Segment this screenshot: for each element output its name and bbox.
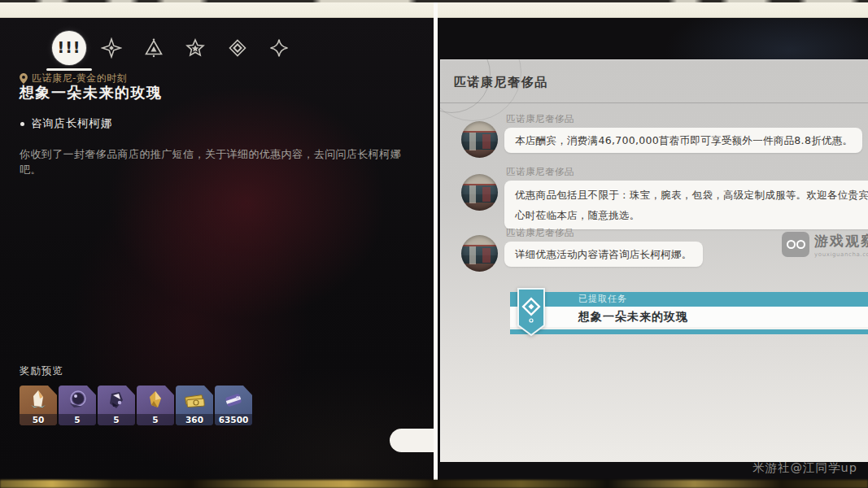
reward-gold-item[interactable]: 5	[137, 386, 174, 425]
sender-avatar	[461, 235, 498, 272]
reward-count: 63500	[215, 414, 252, 425]
watermark-subtitle: youxiguancha.com	[814, 251, 868, 258]
star-icon	[185, 37, 206, 59]
reward-stellar-jade[interactable]: 50	[20, 386, 57, 425]
bottom-scene-strip	[0, 480, 868, 488]
quest-accepted-card: 已提取任务 想象一朵未来的玫瑰	[510, 292, 868, 334]
message-bubble: 优惠商品包括且不限于：珠宝，腕表，包袋，高级定制成服等。欢迎各位贵宾 心时莅临本…	[504, 181, 868, 229]
watermark-gameobserver: 游戏观察 youxiguancha.com	[782, 232, 868, 258]
conversation-title: 匹诺康尼奢侈品	[454, 75, 548, 90]
sender-avatar	[461, 121, 498, 158]
credits-icon	[215, 386, 252, 414]
diamond-icon	[227, 37, 248, 59]
active-tab-underline	[46, 68, 92, 71]
quest-card-header-bar: 已提取任务	[510, 292, 868, 307]
message-line: 优惠商品包括且不限于：珠宝，腕表，包袋，高级定制成服等。欢迎各位贵宾	[515, 185, 868, 205]
sender-name: 匹诺康尼奢侈品	[506, 227, 574, 239]
stellar-jade-icon	[20, 386, 57, 414]
sparkle-icon	[101, 37, 122, 59]
reward-count: 360	[176, 414, 213, 425]
watermark-title: 游戏观察	[814, 232, 868, 251]
watermark-credit: 米游社@江同学up	[752, 460, 857, 476]
reward-count: 5	[98, 414, 135, 425]
screenshot-root: !!! 匹诺康尼-黄金的时刻 想象一朵未来的玫瑰 咨询店长柯柯娜	[0, 0, 868, 488]
tab-event[interactable]	[268, 37, 290, 59]
tab-companion[interactable]	[185, 37, 206, 59]
quest-badge-icon	[516, 288, 547, 338]
reward-count: 50	[20, 414, 57, 425]
quest-tab-row: !!!	[0, 18, 434, 75]
screenshot-divider	[434, 2, 438, 480]
reward-credits[interactable]: 63500	[215, 386, 252, 425]
reward-purple-gadget[interactable]: 5	[98, 386, 135, 425]
quest-card-title: 想象一朵未来的玫瑰	[510, 307, 868, 327]
quest-panel: !!! 匹诺康尼-黄金的时刻 想象一朵未来的玫瑰 咨询店长柯柯娜	[0, 18, 434, 480]
header-divider	[440, 102, 868, 103]
rewards-label: 奖励预览	[20, 364, 63, 378]
quest-title: 想象一朵未来的玫瑰	[20, 83, 163, 102]
quest-card-label: 已提取任务	[510, 292, 868, 307]
tab-sparkle[interactable]	[101, 37, 122, 59]
sender-avatar	[461, 174, 498, 211]
triangle-icon	[143, 37, 164, 59]
quest-card-body: 想象一朵未来的玫瑰	[510, 307, 868, 327]
reward-ticket[interactable]: 360	[176, 386, 213, 425]
reward-count: 5	[137, 414, 174, 425]
quest-objective: 咨询店长柯柯娜	[31, 116, 112, 131]
message-bubble: 详细优惠活动内容请咨询店长柯柯娜。	[504, 242, 703, 267]
message-panel: 匹诺康尼奢侈品 匹诺康尼奢侈品 本店酬宾，消费满46,700,000苜蓿币即可享…	[440, 59, 868, 462]
sender-name: 匹诺康尼奢侈品	[506, 166, 574, 178]
corner-arc-decoration	[440, 59, 521, 121]
purple-orb-icon	[59, 386, 96, 414]
reward-purple-orb[interactable]: 5	[59, 386, 96, 425]
message-bubble: 本店酬宾，消费满46,700,000苜蓿币即可享受额外一件商品8.8折优惠。	[504, 128, 862, 153]
message-line: 心时莅临本店，随意挑选。	[515, 205, 868, 225]
gold-item-icon	[137, 386, 174, 414]
tab-adventure-active[interactable]: !!!	[52, 31, 86, 65]
tab-trailblaze[interactable]	[143, 37, 164, 59]
quest-card-footer-bar	[510, 329, 868, 334]
reward-row: 50 5 5 5	[20, 386, 252, 425]
sender-name: 匹诺康尼奢侈品	[506, 113, 574, 125]
navigate-button[interactable]	[390, 429, 434, 452]
ticket-icon	[176, 386, 213, 414]
quest-description: 你收到了一封奢侈品商店的推广短信，关于详细的优惠内容，去问问店长柯柯娜吧。	[20, 146, 418, 177]
tab-daily[interactable]	[227, 37, 248, 59]
purple-gadget-icon	[98, 386, 135, 414]
exclamation-icon: !!!	[58, 38, 81, 56]
reward-count: 5	[59, 414, 96, 425]
spark-diamond-icon	[268, 37, 290, 59]
goggles-logo-icon	[782, 232, 809, 257]
